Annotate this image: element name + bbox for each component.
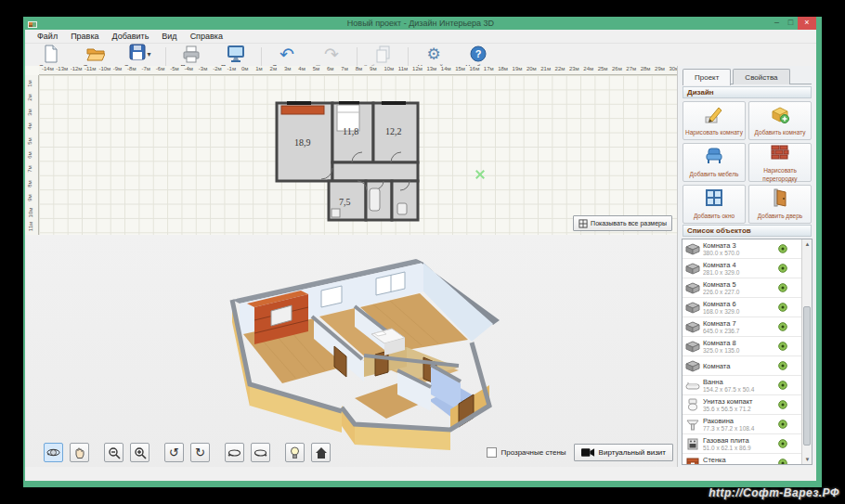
visibility-eye-icon[interactable]: [777, 322, 788, 331]
show-all-sizes-button[interactable]: Показывать все размеры: [573, 215, 672, 231]
redo-icon: ↷: [324, 45, 339, 63]
list-item[interactable]: Стенка302.6 x 71.7 x 250.0: [682, 454, 801, 465]
list-item[interactable]: Раковина77.3 x 57.2 x 108.4: [682, 415, 801, 434]
list-item[interactable]: Комната 4281.0 x 329.0: [682, 259, 801, 278]
virtual-visit-button[interactable]: Виртуальный визит: [574, 444, 673, 461]
room-icon: [684, 281, 701, 294]
tool-rotate-vert-ccw-button[interactable]: ↺: [164, 443, 184, 462]
open-folder-icon: [86, 45, 105, 63]
room-icon: [684, 320, 701, 333]
list-item[interactable]: Комната: [682, 356, 801, 376]
visibility-eye-icon[interactable]: [777, 303, 788, 312]
draw-partition-button[interactable]: Нарисовать перегородку: [748, 143, 812, 182]
draw-room-button[interactable]: Нарисовать комнату: [682, 101, 746, 140]
floor-plan-drawing: 18,9 11,8 12,2 7,5: [274, 96, 437, 231]
add-window-button[interactable]: Добавить окно: [682, 185, 746, 224]
menu-bar: ФайлПравкаДобавитьВидСправка: [25, 30, 816, 44]
tool-rotate-horiz-ccw-button[interactable]: [225, 443, 244, 462]
transparent-walls-checkbox[interactable]: [487, 447, 497, 458]
maximize-button[interactable]: □: [784, 17, 798, 30]
visibility-eye-icon[interactable]: [777, 361, 788, 370]
list-item[interactable]: Газовая плита51.0 x 62.1 x 86.9: [682, 434, 801, 454]
draw-room-icon: [704, 104, 724, 128]
add-furniture-button[interactable]: Добавить мебель: [682, 143, 746, 182]
scroll-up-arrow[interactable]: ▲: [802, 239, 812, 249]
room-area-label: 7,5: [339, 197, 351, 207]
sink-icon: [684, 418, 701, 431]
printer-icon: [182, 45, 201, 63]
undo-icon: ↶: [280, 45, 294, 63]
tab-project[interactable]: Проект: [682, 69, 731, 85]
plan-2d-canvas[interactable]: 18,9 11,8 12,2 7,5: [39, 75, 677, 235]
tool-zoom-out-button[interactable]: [104, 443, 124, 462]
visibility-eye-icon[interactable]: [777, 264, 788, 273]
tool-home-button[interactable]: [311, 443, 331, 462]
title-bar[interactable]: Новый проект - Дизайн Интерьера 3D – □ ×: [25, 17, 816, 30]
monitor-icon: [227, 45, 245, 63]
visibility-eye-icon[interactable]: [777, 400, 788, 409]
object-list-scrollbar[interactable]: ▲ ▼: [801, 239, 812, 464]
room-icon: [684, 301, 701, 314]
list-item[interactable]: Унитаз компакт35.6 x 56.5 x 71.2: [682, 395, 801, 415]
add-room-icon: [770, 104, 790, 128]
visibility-eye-icon[interactable]: [777, 439, 788, 448]
room-icon: [684, 340, 701, 353]
tool-rotate-horiz-cw-button[interactable]: [251, 443, 270, 462]
tool-zoom-in-button[interactable]: [130, 443, 150, 462]
visibility-eye-icon[interactable]: [777, 459, 788, 465]
object-list[interactable]: Комната 3380.0 x 570.0Комната 4281.0 x 3…: [682, 239, 812, 465]
gear-icon: ⚙: [426, 45, 440, 63]
save-floppy-icon: [129, 44, 146, 64]
tab-properties[interactable]: Свойства: [733, 69, 789, 84]
menu-item-3[interactable]: Вид: [155, 31, 183, 42]
add-door-icon: [770, 187, 790, 212]
menu-item-4[interactable]: Справка: [184, 31, 229, 42]
bath-icon: [684, 379, 701, 392]
room-icon: [684, 242, 701, 255]
transparent-walls-option[interactable]: Прозрачные стены: [487, 447, 566, 458]
tool-orbit-button[interactable]: [44, 443, 63, 462]
tool-pan-button[interactable]: [70, 443, 89, 462]
tool-light-button[interactable]: [285, 443, 305, 462]
plan-bathtub: [370, 188, 380, 211]
right-panel: ПроектСвойства Дизайн Нарисовать комнату…: [677, 66, 816, 467]
room-area-label: 11,8: [343, 126, 358, 136]
visibility-eye-icon[interactable]: [777, 244, 788, 253]
list-item[interactable]: Комната 6168.0 x 329.0: [682, 298, 801, 317]
list-item[interactable]: Комната 8325.0 x 135.0: [682, 337, 801, 356]
minimize-button[interactable]: –: [770, 17, 784, 30]
visibility-eye-icon[interactable]: [777, 381, 788, 390]
list-item[interactable]: Комната 7645.0 x 236.7: [682, 317, 801, 337]
room-icon: [684, 262, 701, 275]
list-item[interactable]: Комната 3380.0 x 570.0: [682, 239, 801, 259]
tool-rotate-vert-cw-button[interactable]: ↻: [190, 443, 210, 462]
design-section-header: Дизайн: [682, 86, 812, 98]
visibility-eye-icon[interactable]: [777, 420, 788, 429]
menu-item-1[interactable]: Правка: [64, 31, 105, 42]
close-button[interactable]: ×: [798, 17, 816, 30]
render-3d-scene: [215, 248, 522, 452]
room-icon: [684, 359, 701, 372]
visibility-eye-icon[interactable]: [777, 342, 788, 351]
plan-2d-viewport[interactable]: -14м-13м-12м-11м-10м-9м-8м-7м-6м-5м-4м-3…: [25, 66, 677, 235]
svg-text:?: ?: [475, 48, 482, 59]
list-item[interactable]: Ванна154.2 x 67.5 x 50.4: [682, 376, 801, 395]
render-3d-toolbar: ↺↻: [44, 443, 337, 462]
scroll-down-arrow[interactable]: ▼: [802, 455, 812, 464]
add-door-button[interactable]: Добавить дверь: [748, 185, 812, 224]
menu-item-2[interactable]: Добавить: [106, 31, 156, 42]
menu-item-0[interactable]: Файл: [31, 31, 64, 42]
dimensions-icon: [578, 219, 588, 228]
render-3d-viewport[interactable]: ↺↻ Прозрачные стены Виртуальный визит: [25, 235, 677, 467]
visibility-eye-icon[interactable]: [777, 283, 788, 292]
app-window: Новый проект - Дизайн Интерьера 3D – □ ×…: [23, 17, 822, 487]
add-furniture-icon: [704, 146, 724, 170]
list-item[interactable]: Комната 5226.0 x 227.0: [682, 278, 801, 298]
add-room-button[interactable]: Добавить комнату: [748, 101, 812, 140]
design-buttons: Нарисовать комнатуДобавить комнатуДобави…: [682, 101, 812, 224]
plan-toilet: [397, 203, 407, 214]
save-dropdown-arrow[interactable]: ▾: [147, 50, 150, 58]
plan-wall-unit: [281, 106, 324, 114]
scroll-thumb[interactable]: [803, 306, 811, 446]
new-document-icon: [43, 45, 59, 63]
